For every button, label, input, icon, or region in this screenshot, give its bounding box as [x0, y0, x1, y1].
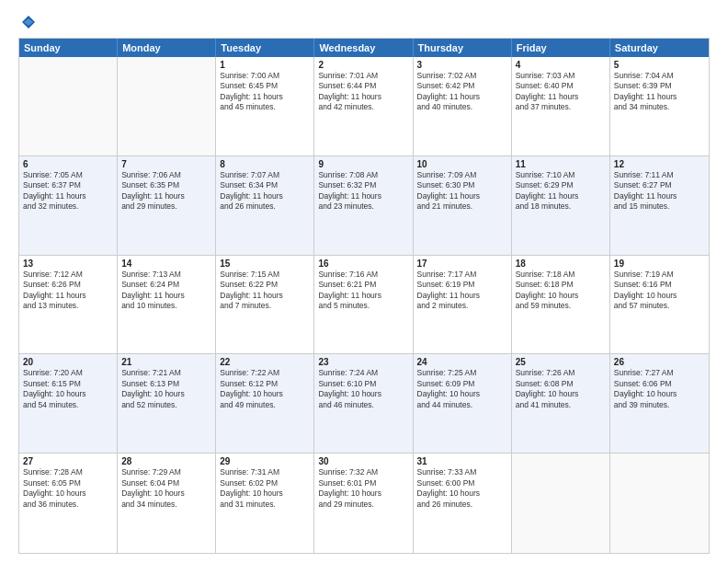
day-info: Sunrise: 7:25 AM Sunset: 6:09 PM Dayligh… [417, 368, 507, 410]
day-info: Sunrise: 7:05 AM Sunset: 6:37 PM Dayligh… [23, 170, 113, 213]
day-number: 28 [121, 456, 211, 466]
day-number: 2 [318, 60, 408, 70]
calendar-day-20: 20Sunrise: 7:20 AM Sunset: 6:15 PM Dayli… [19, 354, 118, 453]
day-info: Sunrise: 7:19 AM Sunset: 6:16 PM Dayligh… [614, 270, 705, 312]
day-number: 29 [220, 456, 310, 466]
day-info: Sunrise: 7:20 AM Sunset: 6:15 PM Dayligh… [23, 368, 113, 410]
calendar-day-3: 3Sunrise: 7:02 AM Sunset: 6:42 PM Daylig… [414, 57, 512, 155]
calendar-day-22: 22Sunrise: 7:22 AM Sunset: 6:12 PM Dayli… [216, 354, 314, 453]
calendar-empty-cell [512, 454, 610, 553]
day-number: 5 [614, 60, 705, 70]
day-number: 31 [417, 456, 507, 466]
calendar-day-15: 15Sunrise: 7:15 AM Sunset: 6:22 PM Dayli… [216, 256, 314, 354]
weekday-header: Monday [118, 39, 216, 57]
day-number: 27 [23, 456, 113, 466]
header [18, 14, 710, 30]
day-info: Sunrise: 7:11 AM Sunset: 6:27 PM Dayligh… [614, 170, 705, 213]
calendar-body: 1Sunrise: 7:00 AM Sunset: 6:45 PM Daylig… [19, 57, 709, 553]
day-number: 20 [23, 357, 113, 367]
day-info: Sunrise: 7:02 AM Sunset: 6:42 PM Dayligh… [417, 71, 507, 113]
calendar-day-1: 1Sunrise: 7:00 AM Sunset: 6:45 PM Daylig… [216, 57, 314, 155]
day-info: Sunrise: 7:26 AM Sunset: 6:08 PM Dayligh… [516, 368, 606, 410]
calendar-empty-cell [610, 454, 709, 553]
calendar-day-13: 13Sunrise: 7:12 AM Sunset: 6:26 PM Dayli… [19, 256, 118, 354]
calendar-day-28: 28Sunrise: 7:29 AM Sunset: 6:04 PM Dayli… [118, 454, 216, 553]
weekday-header: Sunday [19, 39, 118, 57]
calendar-day-9: 9Sunrise: 7:08 AM Sunset: 6:32 PM Daylig… [314, 156, 413, 255]
logo-icon [20, 14, 37, 30]
calendar-row: 20Sunrise: 7:20 AM Sunset: 6:15 PM Dayli… [19, 354, 709, 454]
calendar-day-23: 23Sunrise: 7:24 AM Sunset: 6:10 PM Dayli… [314, 354, 413, 453]
calendar-day-5: 5Sunrise: 7:04 AM Sunset: 6:39 PM Daylig… [610, 57, 709, 155]
day-number: 11 [516, 159, 606, 169]
day-info: Sunrise: 7:16 AM Sunset: 6:21 PM Dayligh… [318, 270, 408, 312]
calendar-day-19: 19Sunrise: 7:19 AM Sunset: 6:16 PM Dayli… [610, 256, 709, 354]
day-info: Sunrise: 7:03 AM Sunset: 6:40 PM Dayligh… [516, 71, 606, 113]
day-info: Sunrise: 7:01 AM Sunset: 6:44 PM Dayligh… [318, 71, 408, 113]
calendar-day-18: 18Sunrise: 7:18 AM Sunset: 6:18 PM Dayli… [512, 256, 610, 354]
calendar-day-29: 29Sunrise: 7:31 AM Sunset: 6:02 PM Dayli… [216, 454, 314, 553]
weekday-header: Wednesday [314, 39, 413, 57]
day-info: Sunrise: 7:29 AM Sunset: 6:04 PM Dayligh… [121, 467, 211, 510]
calendar-row: 27Sunrise: 7:28 AM Sunset: 6:05 PM Dayli… [19, 454, 709, 553]
day-number: 23 [318, 357, 408, 367]
calendar-day-8: 8Sunrise: 7:07 AM Sunset: 6:34 PM Daylig… [216, 156, 314, 255]
day-info: Sunrise: 7:12 AM Sunset: 6:26 PM Dayligh… [23, 270, 113, 312]
calendar-day-11: 11Sunrise: 7:10 AM Sunset: 6:29 PM Dayli… [512, 156, 610, 255]
calendar: SundayMondayTuesdayWednesdayThursdayFrid… [18, 38, 710, 554]
weekday-header: Tuesday [216, 39, 314, 57]
day-number: 25 [516, 357, 606, 367]
day-info: Sunrise: 7:27 AM Sunset: 6:06 PM Dayligh… [614, 368, 705, 410]
calendar-row: 6Sunrise: 7:05 AM Sunset: 6:37 PM Daylig… [19, 156, 709, 256]
day-number: 30 [318, 456, 408, 466]
calendar-row: 1Sunrise: 7:00 AM Sunset: 6:45 PM Daylig… [19, 57, 709, 156]
day-number: 22 [220, 357, 310, 367]
calendar-day-6: 6Sunrise: 7:05 AM Sunset: 6:37 PM Daylig… [19, 156, 118, 255]
day-number: 10 [417, 159, 507, 169]
calendar-day-31: 31Sunrise: 7:33 AM Sunset: 6:00 PM Dayli… [414, 454, 512, 553]
day-info: Sunrise: 7:17 AM Sunset: 6:19 PM Dayligh… [417, 270, 507, 312]
day-number: 6 [23, 159, 113, 169]
calendar-day-24: 24Sunrise: 7:25 AM Sunset: 6:09 PM Dayli… [414, 354, 512, 453]
day-number: 15 [220, 259, 310, 269]
day-info: Sunrise: 7:00 AM Sunset: 6:45 PM Dayligh… [220, 71, 310, 113]
day-number: 13 [23, 259, 113, 269]
calendar-day-27: 27Sunrise: 7:28 AM Sunset: 6:05 PM Dayli… [19, 454, 118, 553]
day-number: 4 [516, 60, 606, 70]
calendar-empty-cell [19, 57, 118, 155]
day-info: Sunrise: 7:32 AM Sunset: 6:01 PM Dayligh… [318, 467, 408, 510]
day-number: 21 [121, 357, 211, 367]
day-info: Sunrise: 7:06 AM Sunset: 6:35 PM Dayligh… [121, 170, 211, 213]
calendar-day-4: 4Sunrise: 7:03 AM Sunset: 6:40 PM Daylig… [512, 57, 610, 155]
calendar-day-17: 17Sunrise: 7:17 AM Sunset: 6:19 PM Dayli… [414, 256, 512, 354]
day-number: 12 [614, 159, 705, 169]
day-number: 19 [614, 259, 705, 269]
day-info: Sunrise: 7:15 AM Sunset: 6:22 PM Dayligh… [220, 270, 310, 312]
day-info: Sunrise: 7:04 AM Sunset: 6:39 PM Dayligh… [614, 71, 705, 113]
calendar-day-30: 30Sunrise: 7:32 AM Sunset: 6:01 PM Dayli… [314, 454, 413, 553]
day-info: Sunrise: 7:33 AM Sunset: 6:00 PM Dayligh… [417, 467, 507, 510]
day-info: Sunrise: 7:24 AM Sunset: 6:10 PM Dayligh… [318, 368, 408, 410]
calendar-row: 13Sunrise: 7:12 AM Sunset: 6:26 PM Dayli… [19, 256, 709, 355]
weekday-header: Thursday [414, 39, 512, 57]
day-info: Sunrise: 7:09 AM Sunset: 6:30 PM Dayligh… [417, 170, 507, 213]
calendar-day-16: 16Sunrise: 7:16 AM Sunset: 6:21 PM Dayli… [314, 256, 413, 354]
day-info: Sunrise: 7:31 AM Sunset: 6:02 PM Dayligh… [220, 467, 310, 510]
weekday-header: Friday [512, 39, 610, 57]
day-number: 14 [121, 259, 211, 269]
calendar-header: SundayMondayTuesdayWednesdayThursdayFrid… [19, 39, 709, 57]
day-info: Sunrise: 7:21 AM Sunset: 6:13 PM Dayligh… [121, 368, 211, 410]
day-info: Sunrise: 7:13 AM Sunset: 6:24 PM Dayligh… [121, 270, 211, 312]
day-number: 8 [220, 159, 310, 169]
logo [18, 14, 37, 30]
day-number: 17 [417, 259, 507, 269]
day-info: Sunrise: 7:28 AM Sunset: 6:05 PM Dayligh… [23, 467, 113, 510]
calendar-day-21: 21Sunrise: 7:21 AM Sunset: 6:13 PM Dayli… [118, 354, 216, 453]
calendar-day-7: 7Sunrise: 7:06 AM Sunset: 6:35 PM Daylig… [118, 156, 216, 255]
day-info: Sunrise: 7:07 AM Sunset: 6:34 PM Dayligh… [220, 170, 310, 213]
day-number: 1 [220, 60, 310, 70]
calendar-day-12: 12Sunrise: 7:11 AM Sunset: 6:27 PM Dayli… [610, 156, 709, 255]
calendar-day-10: 10Sunrise: 7:09 AM Sunset: 6:30 PM Dayli… [414, 156, 512, 255]
day-info: Sunrise: 7:18 AM Sunset: 6:18 PM Dayligh… [516, 270, 606, 312]
day-number: 7 [121, 159, 211, 169]
